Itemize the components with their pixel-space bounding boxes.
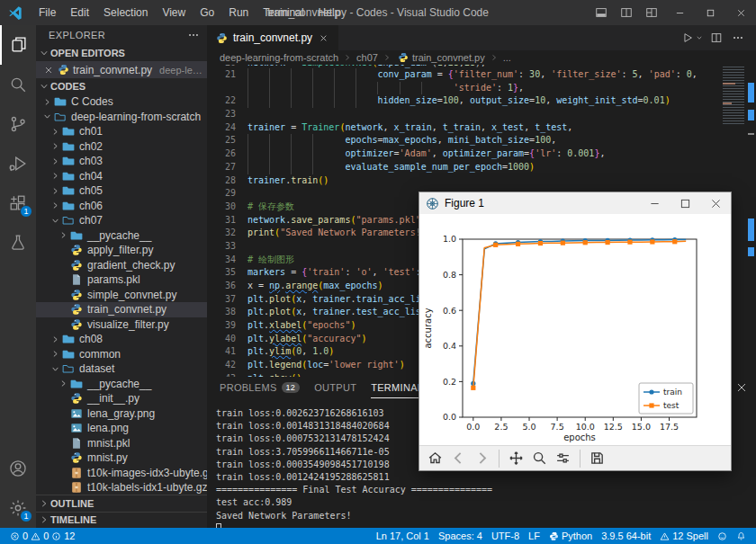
activity-source-control[interactable] [0, 104, 36, 144]
codes-section-header[interactable]: CODES [36, 78, 207, 94]
tree-item-apply-filter-py[interactable]: apply_filter.py [36, 243, 207, 258]
close-panel-icon[interactable] [734, 380, 749, 395]
menu-edit[interactable]: Edit [63, 0, 96, 25]
tree-item-lena-gray-png[interactable]: lena_gray.png [36, 406, 207, 422]
folder-icon [62, 170, 75, 183]
tree-item--pycache-[interactable]: __pycache__ [36, 377, 207, 392]
activity-explorer[interactable] [0, 25, 36, 65]
python-interpreter[interactable]: 3.9.5 64-bit [597, 528, 655, 544]
breadcrumb-item[interactable]: train_convnet.py [412, 52, 485, 63]
cursor-position[interactable]: Ln 17, Col 1 [372, 528, 434, 544]
tree-item-t10k-images-idx3-ubyte-gz[interactable]: t10k-images-idx3-ubyte.gz [36, 466, 207, 481]
figure-maximize-button[interactable] [670, 192, 700, 214]
tree-item-t10k-labels-idx1-ubyte-gz[interactable]: t10k-labels-idx1-ubyte.gz [36, 480, 207, 495]
zoom-button[interactable] [530, 449, 549, 468]
outline-section-header[interactable]: OUTLINE [36, 495, 207, 512]
menu-run[interactable]: Run [221, 0, 256, 25]
tree-item-gradient-check-py[interactable]: gradient_check.py [36, 258, 207, 273]
panel-tab-problems[interactable]: PROBLEMS12 [220, 377, 300, 398]
panel-tab-label: PROBLEMS [220, 382, 277, 393]
tree-item-ch08[interactable]: ch08 [36, 332, 207, 347]
tree-item-label: ch03 [79, 155, 103, 167]
tree-item-ch04[interactable]: ch04 [36, 169, 207, 184]
customize-layout-icon[interactable] [639, 0, 664, 25]
indent-guide [312, 147, 313, 161]
open-editors-header[interactable]: OPEN EDITORS [36, 45, 207, 61]
save-button[interactable] [588, 449, 607, 468]
tree-item-mnist-pkl[interactable]: mnist.pkl [36, 436, 207, 451]
breadcrumb-item[interactable]: ... [503, 52, 511, 63]
menu-selection[interactable]: Selection [96, 0, 155, 25]
tree-item-params-pkl[interactable]: params.pkl [36, 272, 207, 288]
figure-minimize-button[interactable] [639, 192, 670, 214]
tree-item-ch03[interactable]: ch03 [36, 154, 207, 169]
activity-run-and-debug[interactable] [0, 144, 36, 183]
run-python-file-button[interactable] [679, 28, 697, 48]
tree-item-common[interactable]: common [36, 347, 207, 362]
activity-account[interactable] [0, 449, 36, 488]
tree-item-visualize-filter-py[interactable]: visualize_filter.py [36, 317, 207, 333]
tree-item-ch05[interactable]: ch05 [36, 183, 207, 199]
panel-tab-terminal[interactable]: TERMINAL [371, 377, 423, 398]
tree-item-ch06[interactable]: ch06 [36, 199, 207, 214]
tab-train-convnet[interactable]: train_convnet.py [207, 25, 338, 50]
activity-settings[interactable]: 1 [0, 488, 36, 528]
tree-item--init-py[interactable]: __init__.py [36, 391, 207, 406]
tree-indent [58, 274, 69, 286]
figure-close-button[interactable] [700, 192, 731, 214]
menu-view[interactable]: View [155, 0, 193, 25]
problems-indicator[interactable]: 0 0 12 [5, 528, 80, 544]
folder-open-icon [54, 111, 67, 123]
tree-item--pycache-[interactable]: __pycache__ [36, 228, 207, 244]
tree-item-label: dataset [79, 362, 114, 375]
panel-tab-output[interactable]: OUTPUT [314, 377, 356, 398]
home-button[interactable] [426, 449, 445, 468]
tree-item-ch07[interactable]: ch07 [36, 213, 207, 228]
tree-item-mnist-py[interactable]: mnist.py [36, 450, 207, 466]
indentation[interactable]: Spaces: 4 [434, 528, 487, 544]
eol[interactable]: LF [524, 528, 544, 544]
figure-title-bar[interactable]: Figure 1 [419, 192, 731, 214]
timeline-section-header[interactable]: TIMELINE [36, 512, 207, 528]
tree-item-ch01[interactable]: ch01 [36, 124, 207, 139]
svg-text:0.4: 0.4 [443, 341, 456, 351]
split-editor-button[interactable] [707, 28, 725, 48]
tree-item-simple-convnet-py[interactable]: simple_convnet.py [36, 288, 207, 303]
explorer-actions-icon[interactable] [187, 29, 200, 41]
breadcrumb-item[interactable]: ch07 [356, 52, 378, 63]
menu-file[interactable]: File [32, 0, 63, 25]
close-editor-icon[interactable] [43, 65, 54, 76]
activity-testing[interactable] [0, 223, 36, 263]
forward-button[interactable] [472, 449, 491, 468]
window-maximize-button[interactable] [695, 0, 725, 25]
activity-search[interactable] [0, 65, 36, 104]
back-button[interactable] [449, 449, 468, 468]
menu-go[interactable]: Go [193, 0, 221, 25]
run-dropdown-icon[interactable] [695, 28, 704, 48]
window-close-button[interactable] [725, 0, 756, 25]
indent-guide [269, 68, 270, 82]
pan-button[interactable] [507, 449, 526, 468]
more-actions-button[interactable] [729, 28, 747, 48]
language-mode[interactable]: Python [544, 528, 597, 544]
tree-item-label: train_convnet.py [87, 303, 166, 316]
tree-item-ch02[interactable]: ch02 [36, 139, 207, 155]
spell-checker[interactable]: 12 Spell [655, 528, 713, 544]
encoding[interactable]: UTF-8 [487, 528, 524, 544]
tree-item-deep-learning-from-scratch[interactable]: deep-learning-from-scratch [36, 110, 207, 125]
tree-item-dataset[interactable]: dataset [36, 361, 207, 377]
split-editor-layout-icon[interactable] [614, 0, 639, 25]
activity-extensions[interactable]: 1 [0, 183, 36, 223]
open-editor-item[interactable]: train_convnet.py deep-learnin... [36, 61, 207, 78]
tree-item-train-convnet-py[interactable]: train_convnet.py [36, 302, 207, 317]
breadcrumb-item[interactable]: deep-learning-from-scratch [220, 52, 338, 63]
close-tab-icon[interactable] [318, 32, 329, 44]
window-minimize-button[interactable] [664, 0, 695, 25]
toggle-panel-icon[interactable] [589, 0, 614, 25]
tree-item-lena-png[interactable]: lena.png [36, 421, 207, 436]
feedback[interactable] [713, 528, 732, 544]
notifications[interactable] [732, 528, 751, 544]
subplots-button[interactable] [554, 449, 572, 468]
tree-item-c-codes[interactable]: C Codes [36, 94, 207, 110]
indent-guide [334, 94, 335, 108]
